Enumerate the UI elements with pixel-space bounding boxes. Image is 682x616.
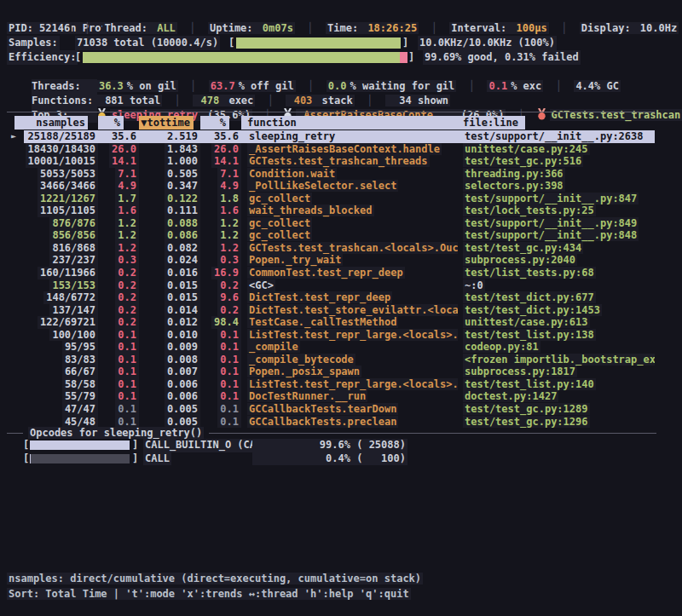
tottime-cell: 0.007 [139,366,200,378]
column-label: % [200,116,229,130]
footer-help-line1: nsamples: direct/cumulative (direct=exec… [7,571,423,586]
table-row[interactable]: 66/670.10.0070.1Popen._posix_spawnsubpro… [0,366,655,378]
function-cell: GCTests.test_trashcan_threads [241,155,458,168]
table-row[interactable]: 160/119660.20.01616.9CommonTest.test_rep… [0,267,655,279]
column-header-nsamples[interactable]: nsamples [24,116,98,130]
cumulative-pct-cell-value: 0.1 [217,378,241,391]
fileline-cell: threading.py:366 [458,168,655,181]
function-cell-value: _PollLikeSelector.select [247,180,398,192]
table-row[interactable]: 45/480.10.0050.1GCCallbackTests.preclean… [0,416,655,429]
function-cell: ListTest.test_repr_large.<locals>.c... [241,378,458,391]
tottime-cell-value: 0.015 [165,279,200,292]
table-row[interactable]: 3466/34664.90.3474.9_PollLikeSelector.se… [0,180,655,193]
direct-pct-cell-value: 1.2 [115,229,139,242]
row-gutter [0,180,24,193]
cumulative-pct-cell: 98.4 [200,316,241,329]
table-row[interactable]: 95/950.10.0090.1_compilecodeop.py:81 [0,341,655,354]
nsamples-cell: 160/11966 [24,267,98,279]
column-header-file-line[interactable]: file:line [458,116,655,130]
cumulative-pct-cell-value: 1.2 [217,217,241,230]
table-row[interactable]: 5053/50537.10.5057.1Condition.waitthread… [0,168,655,181]
nsamples-cell-value: 45/48 [62,416,98,429]
table-row[interactable]: 237/2370.30.0240.3Popen._try_waitsubproc… [0,254,655,267]
nsamples-cell-value: 47/47 [62,403,98,416]
column-header-pct[interactable]: % [200,116,241,130]
samples-rate-bar [236,37,401,49]
tottime-cell: 0.347 [139,180,200,193]
table-row[interactable]: 137/1470.20.0140.2DictTest.test_store_ev… [0,304,655,317]
cumulative-pct-cell-value: 7.1 [217,168,241,181]
row-gutter [0,378,24,391]
fileline-cell-value: test/test_gc.py:516 [463,155,583,167]
table-row[interactable]: 10001/1001514.11.00014.1GCTests.test_tra… [0,155,655,168]
fileline-cell-value: selectors.py:398 [463,180,565,192]
tottime-cell: 0.010 [139,329,200,342]
tottime-cell: 0.082 [139,242,200,255]
row-gutter [0,168,24,181]
table-row[interactable]: 55/790.10.0060.1DocTestRunner.__rundocte… [0,390,655,403]
table-row[interactable]: 122/697210.20.01298.4TestCase._callTestM… [0,316,655,329]
direct-pct-cell-value: 4.9 [115,180,139,193]
cumulative-pct-cell: 7.1 [200,168,241,181]
fileline-cell-value: test/test_gc.py:1296 [463,416,590,428]
tottime-cell-value: 0.082 [165,242,200,255]
tottime-cell: 0.012 [139,316,200,329]
column-header-pct[interactable]: % [98,116,139,130]
tottime-cell: 0.086 [139,229,200,242]
cumulative-pct-cell-value: 4.9 [217,180,241,193]
table-row[interactable]: 58/580.10.0060.1ListTest.test_repr_large… [0,378,655,391]
status-info-run: 0m07s [261,22,295,34]
table-row[interactable]: 47/470.10.0050.1GCCallbackTests.tearDown… [0,403,655,416]
status-info-run: Uptime: [208,22,261,34]
table-row[interactable]: 1105/11051.60.1111.6wait_threads_blocked… [0,204,655,217]
table-row[interactable]: 876/8761.20.0881.2gc_collecttest/support… [0,217,655,230]
status-info-run: Thread: [102,22,155,34]
opcodes-title: Opcodes for sleeping_retry() [28,427,204,439]
samples-label: Samples: [7,36,60,50]
nsamples-cell: 25188/25189 [24,130,98,143]
column-header-function[interactable]: function [241,116,458,130]
table-row[interactable]: 153/1530.20.0150.2<GC>~:0 [0,279,655,292]
opcodes-title-row: Opcodes for sleeping_retry() [7,427,675,439]
table-row[interactable]: 856/8561.20.0861.2gc_collecttest/support… [0,229,655,242]
row-gutter [0,204,24,217]
cumulative-pct-cell-value: 1.8 [217,193,241,205]
status-info-run: Display: [580,22,639,34]
table-row[interactable]: ►25188/2518935.62.51935.6sleeping_retryt… [0,130,655,143]
threads-line: Threads:36.3% on gil │ 63.7% off gil │ 0… [7,65,675,79]
fileline-cell: unittest/case.py:613 [458,316,655,329]
cumulative-pct-cell: 0.2 [200,304,241,317]
table-row[interactable]: 1221/12671.70.1221.8gc_collecttest/suppo… [0,193,655,205]
status-info-run: │ [72,22,102,34]
opcode-bar-row: []CALL_BUILTIN_O (CALL)99.6% ( 25088) [7,439,675,452]
table-row[interactable]: 816/8681.20.0821.2GCTests.test_trashcan.… [0,242,655,255]
column-header-tottime[interactable]: ▼tottime [139,116,200,130]
tottime-cell-value: 0.009 [165,341,200,354]
tottime-cell-value: 0.012 [165,316,200,329]
row-gutter [0,403,24,416]
status-info-run: Interval: [449,22,514,34]
nsamples-cell-value: 5053/5053 [38,168,98,181]
fileline-cell: selectors.py:398 [458,180,655,193]
cumulative-pct-cell: 9.6 [200,291,241,304]
tottime-cell: 0.024 [139,254,200,267]
efficiency-text: 99.69% good, 0.31% failed [423,50,581,65]
opcode-label: CALL [143,452,171,466]
table-row[interactable]: 100/1000.10.0100.1ListTest.test_repr_lar… [0,329,655,342]
status-info-run: │ [549,22,580,34]
table-row[interactable]: 148/67720.20.0159.6DictTest.test_repr_de… [0,291,655,304]
table-row[interactable]: 18430/1843026.01.84326.0_AssertRaisesBas… [0,143,655,156]
nsamples-cell-value: 137/147 [49,304,98,317]
function-cell-value: Popen._try_wait [247,254,343,266]
fileline-cell-value: subprocess.py:1817 [463,366,577,377]
table-row[interactable]: 83/830.10.0080.1_compile_bytecode<frozen… [0,354,655,366]
fileline-cell: subprocess.py:2040 [458,254,655,267]
function-cell: _PollLikeSelector.select [241,180,458,193]
nsamples-cell-value: 18430/18430 [26,143,98,156]
direct-pct-cell: 1.2 [98,229,139,242]
nsamples-cell: 148/6772 [24,291,98,304]
row-gutter [0,242,24,255]
direct-pct-cell-value: 0.2 [115,267,139,279]
cumulative-pct-cell: 14.1 [200,155,241,168]
row-gutter [0,267,24,279]
